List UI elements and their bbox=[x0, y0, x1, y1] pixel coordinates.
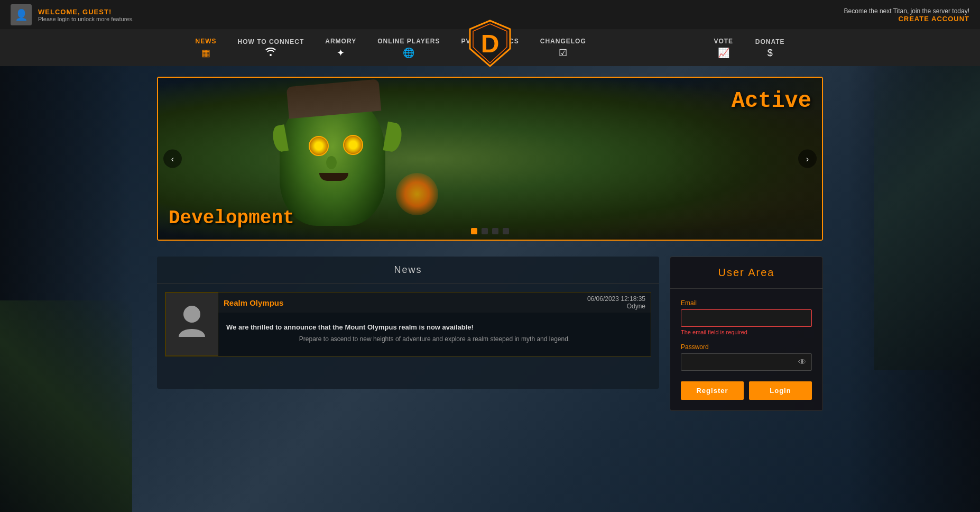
password-input[interactable] bbox=[681, 353, 812, 371]
password-wrapper: 👁 bbox=[681, 353, 812, 371]
nav-icon-globe: 🌐 bbox=[403, 47, 414, 59]
nav-label-news: NEWS bbox=[195, 38, 216, 45]
password-toggle-icon[interactable]: 👁 bbox=[798, 358, 807, 367]
password-label: Password bbox=[681, 343, 812, 351]
news-content: Realm Olympus 06/06/2023 12:18:35 Odyne … bbox=[218, 292, 651, 356]
user-avatar: 👤 bbox=[11, 4, 32, 25]
slide-next-button[interactable]: › bbox=[798, 150, 817, 168]
nav-item-armory[interactable]: ARMORY ✦ bbox=[315, 30, 367, 66]
slide-prev-button[interactable]: ‹ bbox=[163, 150, 182, 168]
news-body: We are thrilled to announce that the Mou… bbox=[226, 318, 643, 344]
svg-text:D: D bbox=[481, 30, 500, 58]
nav-icon-check: ☑ bbox=[559, 47, 567, 59]
become-text: Become the next Titan, join the server t… bbox=[844, 7, 969, 15]
welcome-sub: Please login to unlock more features. bbox=[38, 16, 134, 22]
email-input[interactable] bbox=[681, 309, 812, 327]
nav-icon-wifi bbox=[265, 48, 276, 59]
nav-label-vote: VOTE bbox=[714, 38, 733, 45]
nav-label-how-to-connect: HOW TO CONNECT bbox=[237, 38, 304, 45]
nav-icon-dollar: $ bbox=[768, 48, 773, 59]
news-title-row: Realm Olympus 06/06/2023 12:18:35 Odyne bbox=[218, 292, 651, 313]
top-bar-left: 👤 WELCOME, GUEST! Please login to unlock… bbox=[11, 4, 134, 25]
slideshow: Active Development ‹ › bbox=[157, 77, 823, 241]
form-buttons: Register Login bbox=[681, 381, 812, 400]
user-area-header: User Area bbox=[670, 257, 822, 289]
nav-label-changelog: CHANGELOG bbox=[540, 38, 586, 45]
site-logo[interactable]: D bbox=[469, 20, 511, 69]
nav-items-left: NEWS ▦ HOW TO CONNECT ARMORY ✦ ONLINE PL… bbox=[184, 30, 596, 66]
news-item-inner: Realm Olympus 06/06/2023 12:18:35 Odyne … bbox=[165, 292, 651, 356]
slide-dots bbox=[471, 228, 509, 234]
slide-status: Active bbox=[732, 88, 811, 114]
user-area-body: Email The email field is required Passwo… bbox=[670, 289, 822, 410]
login-button[interactable]: Login bbox=[749, 381, 812, 400]
news-title: Realm Olympus bbox=[224, 298, 283, 307]
email-form-group: Email The email field is required bbox=[681, 299, 812, 335]
email-label: Email bbox=[681, 299, 812, 307]
news-section: News Realm Olympus bbox=[157, 257, 659, 389]
user-area: User Area Email The email field is requi… bbox=[670, 257, 823, 411]
news-item: Realm Olympus 06/06/2023 12:18:35 Odyne … bbox=[157, 284, 659, 364]
nav-icon-armory: ✦ bbox=[337, 47, 345, 59]
welcome-text: WELCOME, GUEST! Please login to unlock m… bbox=[38, 8, 134, 22]
news-header: News bbox=[157, 257, 659, 284]
svg-point-3 bbox=[183, 306, 200, 323]
slide-dot-3[interactable] bbox=[492, 228, 498, 234]
nav-item-vote[interactable]: VOTE 📈 bbox=[702, 30, 745, 66]
password-form-group: Password 👁 bbox=[681, 343, 812, 371]
nav-label-donate: DONATE bbox=[755, 38, 785, 45]
slide-text-bottom: Development bbox=[169, 207, 294, 229]
news-text: Prepare to ascend to new heights of adve… bbox=[226, 334, 643, 344]
nav-item-changelog[interactable]: CHANGELOG ☑ bbox=[530, 30, 597, 66]
news-meta: 06/06/2023 12:18:35 Odyne bbox=[587, 295, 645, 310]
navbar: NEWS ▦ HOW TO CONNECT ARMORY ✦ ONLINE PL… bbox=[0, 30, 980, 66]
nav-icon-chart: 📈 bbox=[718, 47, 729, 59]
bottom-section: News Realm Olympus bbox=[157, 257, 823, 411]
nav-item-donate[interactable]: DONATE $ bbox=[745, 31, 796, 66]
nav-label-armory: ARMORY bbox=[325, 38, 356, 45]
create-account-link[interactable]: CREATE ACCOUNT bbox=[844, 15, 969, 23]
news-avatar bbox=[165, 292, 218, 356]
news-author: Odyne bbox=[587, 303, 645, 310]
slide-dot-1[interactable] bbox=[471, 228, 477, 234]
nav-item-news[interactable]: NEWS ▦ bbox=[184, 30, 227, 66]
slide-title: Development bbox=[169, 207, 294, 229]
email-error: The email field is required bbox=[681, 329, 812, 335]
nav-items-right: VOTE 📈 DONATE $ bbox=[702, 30, 796, 66]
nav-item-online-players[interactable]: ONLINE PLAYERS 🌐 bbox=[367, 30, 450, 66]
nav-icon-news: ▦ bbox=[201, 47, 210, 59]
news-headline: We are thrilled to announce that the Mou… bbox=[226, 323, 643, 331]
nav-item-how-to-connect[interactable]: HOW TO CONNECT bbox=[227, 31, 315, 66]
register-button[interactable]: Register bbox=[681, 381, 744, 400]
slide-dot-4[interactable] bbox=[503, 228, 509, 234]
slide-dot-2[interactable] bbox=[482, 228, 488, 234]
avatar-icon: 👤 bbox=[15, 8, 28, 21]
top-bar-right: Become the next Titan, join the server t… bbox=[844, 7, 969, 23]
slide-image: Active Development bbox=[158, 78, 822, 240]
news-date: 06/06/2023 12:18:35 bbox=[587, 295, 645, 303]
avatar-person-icon bbox=[176, 303, 208, 346]
main-content: Active Development ‹ › News bbox=[146, 66, 834, 422]
welcome-name: WELCOME, GUEST! bbox=[38, 8, 134, 16]
nav-label-online-players: ONLINE PLAYERS bbox=[377, 38, 440, 45]
